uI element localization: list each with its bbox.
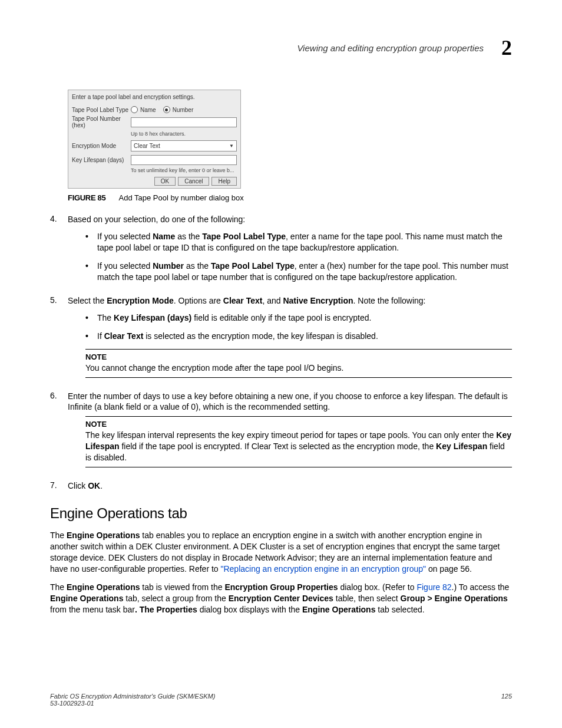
step-number: 5. [50,295,68,384]
chapter-number: 2 [501,35,512,60]
radio-number-label: Number [173,107,194,113]
step-5-bullet-2: • If Clear Text is selected as the encry… [85,331,512,342]
page-number: 125 [501,693,512,707]
page-footer: Fabric OS Encryption Administrator's Gui… [50,693,512,707]
pool-number-hint: Up to 8 hex characters. [131,131,237,137]
encryption-mode-select[interactable]: Clear Text ▼ [131,140,237,151]
figure-caption: FIGURE 85Add Tape Pool by number dialog … [68,193,512,202]
section-heading: Engine Operations tab [50,505,512,522]
note-label: NOTE [85,419,512,430]
radio-name[interactable]: Name [131,106,156,113]
encryption-mode-label: Encryption Mode [72,143,131,149]
note-label: NOTE [85,352,512,363]
section-para-1: The Engine Operations tab enables you to… [50,530,512,575]
help-button[interactable]: Help [211,177,237,186]
key-lifespan-label: Key Lifespan (days) [72,157,131,163]
key-lifespan-hint: To set unlimited key life, enter 0 or le… [131,167,237,173]
section-para-2: The Engine Operations tab is viewed from… [50,582,512,615]
pool-number-input[interactable] [131,117,237,127]
bullet-icon: • [85,261,97,283]
step-number: 4. [50,214,68,289]
figure-caption-text: Add Tape Pool by number dialog box [118,193,243,202]
page-header: Viewing and editing encryption group pro… [50,35,512,60]
radio-icon [163,106,170,113]
step-5: 5. Select the Encryption Mode. Options a… [50,295,512,384]
note-block: NOTE The key lifespan interval represent… [85,416,512,467]
figure-number: FIGURE 85 [68,193,105,202]
note-text: The key lifespan interval represents the… [85,430,512,463]
note-block: NOTE You cannot change the encryption mo… [85,349,512,377]
key-lifespan-input[interactable] [131,155,237,165]
step-4-bullet-1: • If you selected Name as the Tape Pool … [85,231,512,253]
step-number: 6. [50,391,68,475]
step-4: 4. Based on your selection, do one of th… [50,214,512,289]
step-6-text: Enter the number of days to use a key be… [68,391,512,413]
footer-doc-id: 53-1002923-01 [50,700,215,707]
header-title: Viewing and editing encryption group pro… [297,43,484,53]
step-6: 6. Enter the number of days to use a key… [50,391,512,475]
step-4-bullet-2: • If you selected Number as the Tape Poo… [85,261,512,283]
step-4-intro: Based on your selection, do one of the f… [68,215,245,224]
step-7: 7. Click OK. [50,480,512,492]
chevron-down-icon: ▼ [229,143,234,149]
radio-icon [131,106,138,113]
radio-name-label: Name [140,107,156,113]
ok-button[interactable]: OK [154,177,176,186]
step-5-bullet-1: • The Key Lifespan (days) field is edita… [85,312,512,324]
note-text: You cannot change the encryption mode af… [85,363,512,374]
bullet-icon: • [85,312,97,324]
add-tape-pool-dialog: Enter a tape pool label and encryption s… [68,90,241,189]
step-number: 7. [50,480,68,492]
figure-85: Enter a tape pool label and encryption s… [68,90,512,202]
footer-doc-title: Fabric OS Encryption Administrator's Gui… [50,693,215,700]
bullet-icon: • [85,231,97,253]
label-type-label: Tape Pool Label Type [72,107,131,113]
xref-link[interactable]: Figure 82 [416,582,451,592]
bullet-icon: • [85,331,97,342]
radio-number[interactable]: Number [163,106,194,113]
dialog-instruction: Enter a tape pool label and encryption s… [72,94,237,100]
pool-number-label: Tape Pool Number (hex) [72,116,131,129]
encryption-mode-value: Clear Text [134,143,160,149]
xref-link[interactable]: "Replacing an encryption engine in an en… [221,564,427,574]
cancel-button[interactable]: Cancel [178,177,209,186]
